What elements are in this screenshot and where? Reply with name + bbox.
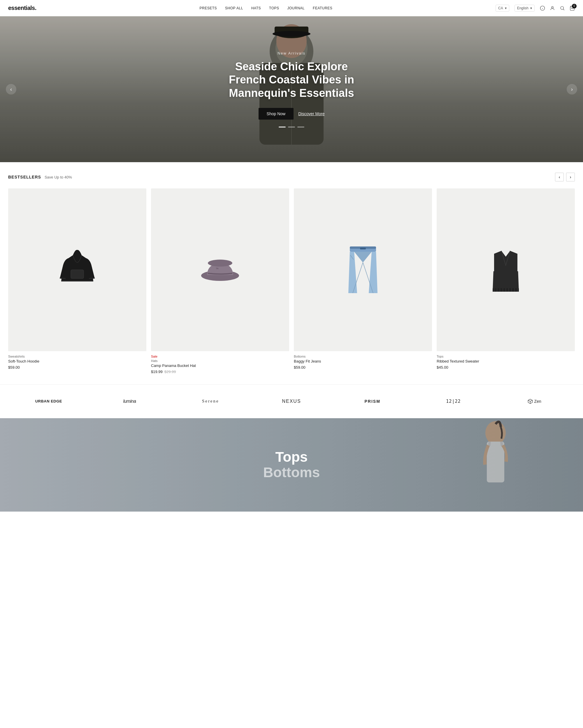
product-image-hoodie: [8, 188, 146, 351]
product-card-pants[interactable]: Bottoms Baggy Fit Jeans $59.00: [294, 188, 432, 374]
nav-presets[interactable]: PRESETS: [200, 6, 217, 10]
brand-serene: Serene: [170, 394, 251, 408]
header-right: CA ▾ English ▾ 0: [496, 5, 575, 12]
svg-rect-38: [504, 252, 508, 254]
site-logo[interactable]: essentials.: [8, 5, 36, 11]
hero-content: New Arrivals Seaside Chic Explore French…: [210, 51, 373, 128]
svg-line-5: [563, 9, 564, 10]
brand-nexus-label: Nexus: [282, 399, 301, 404]
hero-prev-button[interactable]: ‹: [6, 84, 16, 95]
locale-chevron-icon: ▾: [505, 6, 507, 10]
shop-now-button[interactable]: Shop Now: [258, 108, 294, 120]
brand-serene-label: Serene: [202, 399, 219, 404]
bottom-hero-section: Tops Bottoms: [0, 418, 583, 512]
brand-prism: PRISM: [332, 394, 413, 408]
svg-point-3: [552, 6, 553, 8]
brand-1222: 12|22: [413, 394, 494, 409]
cart-icon[interactable]: 0: [570, 5, 575, 11]
discover-more-button[interactable]: Discover More: [298, 111, 325, 116]
hero-dot-3[interactable]: [297, 127, 304, 127]
product-3-category: Tops: [437, 355, 575, 358]
brand-prism-label: PRISM: [365, 399, 381, 404]
svg-line-17: [89, 278, 95, 279]
bestsellers-title: BESTSELLERS: [8, 175, 41, 179]
locale-ca-label: CA: [498, 6, 503, 10]
zen-text: Zen: [534, 399, 541, 404]
hero-section: ‹ New Arrivals Seaside Chic Explore Fren…: [0, 16, 583, 162]
product-image-pants: [294, 188, 432, 351]
product-image-vest: [437, 188, 575, 351]
bestsellers-nav: ‹ ›: [555, 173, 575, 181]
nav-tops[interactable]: TOPS: [269, 6, 279, 10]
hero-title: Seaside Chic Explore French Coastal Vibe…: [216, 60, 367, 100]
language-selector[interactable]: English ▾: [515, 5, 535, 12]
brand-zen: Zen: [494, 394, 575, 409]
brands-grid: URBAN EDGE lumina Serene Nexus PRISM 12|…: [8, 394, 575, 409]
language-label: English: [517, 6, 528, 10]
brand-lumina-label: lumina: [123, 399, 136, 404]
product-0-name: Soft-Touch Hoodie: [8, 359, 146, 363]
brand-nexus: Nexus: [251, 394, 332, 409]
product-1-sale-label: Sale: [151, 355, 289, 358]
nav-features[interactable]: FEATURES: [313, 6, 332, 10]
product-1-category: Hats: [151, 359, 289, 363]
nav-hats[interactable]: HATS: [251, 6, 261, 10]
locale-selector[interactable]: CA ▾: [496, 5, 509, 12]
brand-urban-edge: URBAN EDGE: [8, 394, 89, 408]
main-nav: PRESETS SHOP ALL HATS TOPS JOURNAL FEATU…: [200, 6, 333, 10]
bestsellers-header: BESTSELLERS Save Up to 40% ‹ ›: [8, 173, 575, 181]
product-0-price: $59.00: [8, 365, 146, 369]
bestsellers-subtitle: Save Up to 40%: [45, 175, 72, 179]
hero-next-button[interactable]: ›: [567, 84, 577, 95]
bestsellers-next-button[interactable]: ›: [566, 173, 575, 181]
brand-1222-label: 12|22: [446, 399, 461, 404]
hero-buttons: Shop Now Discover More: [216, 108, 367, 120]
svg-line-16: [60, 278, 65, 279]
product-card-vest[interactable]: Tops Ribbed Textured Sweater $45.00: [437, 188, 575, 374]
account-icon[interactable]: [550, 5, 555, 11]
product-image-hat: TA: [151, 188, 289, 351]
svg-text:TA: TA: [216, 267, 219, 270]
svg-rect-24: [360, 248, 366, 250]
hero-dot-1[interactable]: [279, 127, 286, 127]
hero-dots: [216, 127, 367, 127]
cart-badge: 0: [572, 4, 577, 8]
bottom-hero-subtitle: Bottoms: [263, 465, 320, 480]
brands-section: URBAN EDGE lumina Serene Nexus PRISM 12|…: [0, 384, 583, 418]
bestsellers-title-wrap: BESTSELLERS Save Up to 40%: [8, 175, 72, 179]
bestsellers-section: BESTSELLERS Save Up to 40% ‹ ›: [0, 162, 583, 384]
nav-shop-all[interactable]: SHOP ALL: [225, 6, 243, 10]
product-2-name: Baggy Fit Jeans: [294, 359, 432, 363]
product-2-price: $59.00: [294, 365, 432, 369]
bestsellers-prev-button[interactable]: ‹: [555, 173, 564, 181]
product-3-name: Ribbed Textured Sweater: [437, 359, 575, 363]
info-icon[interactable]: [540, 5, 545, 11]
product-1-price: $19.99: [151, 369, 163, 374]
product-1-name: Camp Panama Bucket Hat: [151, 363, 289, 368]
product-card-hoodie[interactable]: Sweatshirts Soft-Touch Hoodie $59.00: [8, 188, 146, 374]
product-grid: Sweatshirts Soft-Touch Hoodie $59.00: [8, 188, 575, 374]
header-icons: 0: [540, 5, 575, 11]
svg-point-20: [208, 260, 232, 266]
language-chevron-icon: ▾: [530, 6, 532, 10]
product-1-original-price: $29.99: [164, 369, 176, 374]
brand-lumina: lumina: [89, 394, 170, 409]
svg-point-14: [273, 31, 310, 37]
product-0-category: Sweatshirts: [8, 355, 146, 358]
brand-urban-edge-label: URBAN EDGE: [35, 399, 62, 404]
svg-rect-15: [71, 270, 84, 279]
site-header: essentials. PRESETS SHOP ALL HATS TOPS J…: [0, 0, 583, 16]
product-2-category: Bottoms: [294, 355, 432, 358]
bottom-hero-title: Tops: [275, 449, 308, 465]
product-3-price: $45.00: [437, 365, 575, 369]
brand-zen-label: Zen: [528, 399, 541, 404]
bottom-hero-content: Tops Bottoms: [0, 418, 583, 512]
nav-journal[interactable]: JOURNAL: [287, 6, 305, 10]
zen-cube-icon: [528, 399, 533, 404]
hero-dot-2[interactable]: [288, 127, 295, 127]
hero-supertitle: New Arrivals: [216, 51, 367, 55]
search-icon[interactable]: [560, 5, 565, 11]
product-card-hat[interactable]: TA Sale Hats Camp Panama Bucket Hat $19.…: [151, 188, 289, 374]
svg-point-4: [560, 6, 564, 10]
